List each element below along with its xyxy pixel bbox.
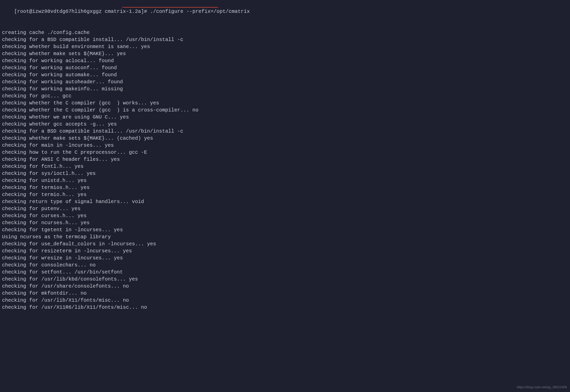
output-line: checking whether we are using GNU C... y… bbox=[2, 114, 568, 121]
output-line: checking whether the C compiler (gcc ) w… bbox=[2, 100, 568, 107]
prompt-line: [root@izwz98vdtdg67hlih6gxggz cmatrix-1.… bbox=[2, 1, 568, 29]
command-text: ./configure --prefix=/opt/cmatrix bbox=[150, 9, 250, 14]
output-line: checking for /usr/X11R6/lib/X11/fonts/mi… bbox=[2, 304, 568, 311]
output-line: checking how to run the C preprocessor..… bbox=[2, 149, 568, 156]
output-line: checking for consolechars... no bbox=[2, 262, 568, 269]
output-line: checking for /usr/lib/X11/fonts/misc... … bbox=[2, 297, 568, 304]
output-line: checking for wresize in -lncurses... yes bbox=[2, 255, 568, 262]
output-line: checking for gcc... gcc bbox=[2, 93, 568, 100]
output-line: checking for termio.h... yes bbox=[2, 191, 568, 198]
output-line: checking for a BSD compatible install...… bbox=[2, 128, 568, 135]
output-line: checking for curses.h... yes bbox=[2, 212, 568, 219]
output-lines: creating cache ./config.cachechecking fo… bbox=[2, 29, 568, 311]
output-line: checking for ANSI C header files... yes bbox=[2, 156, 568, 163]
shell-prompt: [root@izwz98vdtdg67hlih6gxggz cmatrix-1.… bbox=[14, 9, 150, 14]
output-line: checking for /usr/lib/kbd/consolefonts..… bbox=[2, 276, 568, 283]
watermark-text: https://blog.csdn.net/qq_36522306 bbox=[517, 385, 567, 389]
output-line: Using ncurses as the termcap library bbox=[2, 233, 568, 241]
output-line: checking for setfont... /usr/bin/setfont bbox=[2, 269, 568, 276]
terminal-output[interactable]: [root@izwz98vdtdg67hlih6gxggz cmatrix-1.… bbox=[2, 1, 568, 311]
output-line: checking for mkfontdir... no bbox=[2, 290, 568, 297]
output-line: checking whether the C compiler (gcc ) i… bbox=[2, 107, 568, 114]
output-line: checking for termios.h... yes bbox=[2, 184, 568, 191]
output-line: checking for ncurses.h... yes bbox=[2, 219, 568, 226]
output-line: checking for working autoconf... found bbox=[2, 64, 568, 71]
output-line: checking for working makeinfo... missing bbox=[2, 86, 568, 93]
output-line: checking for working autoheader... found bbox=[2, 79, 568, 86]
output-line: checking for putenv... yes bbox=[2, 205, 568, 212]
output-line: checking for use_default_colors in -lncu… bbox=[2, 241, 568, 248]
output-line: checking for working aclocal... found bbox=[2, 57, 568, 64]
output-line: checking for /usr/share/consolefonts... … bbox=[2, 283, 568, 290]
output-line: checking for a BSD compatible install...… bbox=[2, 36, 568, 43]
output-line: checking for resizeterm in -lncurses... … bbox=[2, 248, 568, 255]
output-line: checking for tgetent in -lncurses... yes bbox=[2, 226, 568, 233]
output-line: checking whether build environment is sa… bbox=[2, 43, 568, 50]
output-line: checking for main in -lncurses... yes bbox=[2, 142, 568, 149]
output-line: checking for fcntl.h... yes bbox=[2, 163, 568, 170]
output-line: checking for sys/ioctl.h... yes bbox=[2, 170, 568, 177]
output-line: creating cache ./config.cache bbox=[2, 29, 568, 36]
output-line: checking for unistd.h... yes bbox=[2, 177, 568, 184]
output-line: checking whether gcc accepts -g... yes bbox=[2, 121, 568, 128]
output-line: checking whether make sets ${MAKE}... ye… bbox=[2, 50, 568, 57]
output-line: checking for working automake... found bbox=[2, 71, 568, 79]
output-line: checking whether make sets ${MAKE}... (c… bbox=[2, 135, 568, 142]
output-line: checking return type of signal handlers.… bbox=[2, 198, 568, 205]
annotation-underline bbox=[122, 7, 218, 8]
